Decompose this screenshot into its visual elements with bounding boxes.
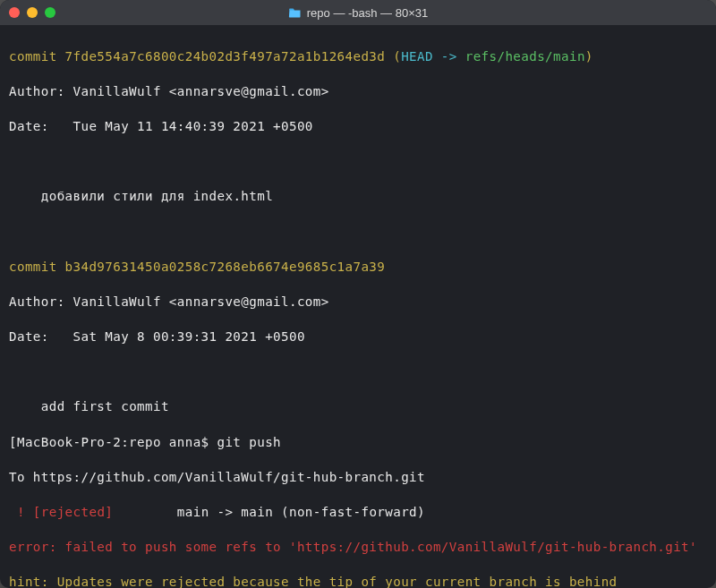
author-line: Author: VanillaWulf <annarsve@gmail.com> — [9, 294, 707, 311]
blank-line — [9, 363, 707, 381]
prompt-line: [MacBook-Pro-2:repo anna$ git push — [9, 434, 707, 452]
close-icon[interactable] — [9, 7, 20, 18]
window-controls — [9, 7, 55, 18]
commit-message: add first commit — [9, 398, 707, 416]
hint-line: hint: Updates were rejected because the … — [9, 574, 707, 588]
blank-line — [9, 224, 707, 242]
output-line: To https://github.com/VanillaWulf/git-hu… — [9, 469, 707, 487]
commit-prefix: commit — [9, 260, 65, 274]
author-line: Author: VanillaWulf <annarsve@gmail.com> — [9, 83, 707, 101]
commit-line: commit 7fde554a7c6800c24b02d3f497a72a1b1… — [9, 48, 707, 66]
date-line: Date: Sat May 8 00:39:31 2021 +0500 — [9, 328, 707, 346]
terminal-window: repo — -bash — 80×31 commit 7fde554a7c68… — [0, 0, 716, 588]
folder-icon — [288, 7, 302, 18]
commit-hash: 7fde554a7c6800c24b02d3f497a72a1b1264ed3d — [65, 49, 386, 64]
titlebar: repo — -bash — 80×31 — [0, 0, 716, 25]
blank-line — [9, 153, 707, 171]
rejected-detail: main -> main (non-fast-forward) — [169, 505, 425, 519]
commit-prefix: commit — [9, 49, 65, 64]
zoom-icon[interactable] — [45, 7, 55, 18]
branch-ref: refs/heads/main — [465, 49, 585, 64]
error-line: error: failed to push some refs to 'http… — [9, 539, 707, 557]
commit-message: добавили стили для index.html — [9, 188, 707, 206]
paren: ( — [385, 49, 401, 64]
command-input: git push — [217, 435, 281, 449]
shell-prompt: [MacBook-Pro-2:repo anna$ — [9, 435, 217, 449]
window-title: repo — -bash — 80×31 — [0, 6, 716, 20]
commit-line: commit b34d97631450a0258c7268eb6674e9685… — [9, 259, 707, 277]
bang-icon: ! — [9, 505, 33, 519]
rejected-label: [rejected] — [33, 505, 169, 519]
date-line: Date: Tue May 11 14:40:39 2021 +0500 — [9, 118, 707, 136]
head-ref: HEAD -> — [401, 49, 465, 64]
minimize-icon[interactable] — [27, 7, 38, 18]
commit-hash: b34d97631450a0258c7268eb6674e9685c1a7a39 — [65, 260, 386, 274]
rejected-line: ! [rejected] main -> main (non-fast-forw… — [9, 504, 707, 522]
paren: ) — [585, 49, 593, 64]
terminal-body[interactable]: commit 7fde554a7c6800c24b02d3f497a72a1b1… — [0, 25, 716, 588]
window-title-text: repo — -bash — 80×31 — [307, 6, 429, 20]
